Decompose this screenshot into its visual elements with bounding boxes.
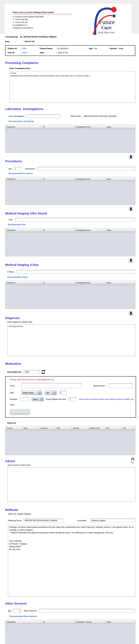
uss-label: USS : [8,218,14,221]
complaints-textarea[interactable]: pt seen. Abdominal USS showed left ingui… [10,71,135,103]
company-logo: Future Care ♥ Body Mind Soul [82,4,132,34]
recommended-uss-link[interactable]: Recommended USS [8,224,135,226]
column-header: Fequency [39,426,56,430]
add-drug-button[interactable]: Add Drug [10,409,30,415]
frequency-select[interactable]: OD ▼ [45,390,57,395]
other-services-table: DepartmentIDInvestigation / ServiceStatu… [5,620,135,644]
patient-name: Patient Name : EL BOUKILI [40,47,89,50]
table-body [6,624,135,644]
consultant-input[interactable] [90,519,135,522]
column-header: Status [105,228,135,232]
delete-lab-button[interactable]: ↻ [129,154,133,159]
column-header: Department [6,281,42,285]
special-notes-input[interactable] [109,384,133,388]
recommended-other-services-link[interactable]: Recommended Other Services [10,615,135,618]
letterhead-card: Future Care by Future Holdings (Pty) Lim… [4,4,132,34]
duration-input[interactable] [20,397,29,401]
recommended-procedures-link[interactable]: Recommended Procedures [8,172,135,174]
table-body [6,285,135,309]
heart-icon: ♥ [104,26,106,29]
lab-investigation-input[interactable] [26,114,61,118]
procedures-input[interactable] [37,167,135,171]
referral-letter-textarea[interactable]: Greetings, the above named patient prese… [8,525,135,596]
other-services-input[interactable] [39,609,135,612]
xray-label: X-Rays : [7,270,15,273]
drug-input[interactable] [21,383,82,388]
company-phone2: T: +24 84 225 252 [13,21,82,24]
section-title-medication: Medication [5,362,135,366]
svg-text:↻: ↻ [130,208,132,210]
drug-list-label: Drug List [7,422,135,424]
consult-date-row: Date : 2024-07-05 [5,40,135,42]
company-name: Future Care by Future Holdings (Pty) Lim… [13,11,82,14]
patient-row-1: Patient ID : 7299 Patient Name : EL BOUK… [8,47,133,50]
column-header: Investigation/Service [74,125,105,129]
way-select[interactable]: Before Meal ▼ [21,390,42,395]
divider [13,14,72,14]
table-header: DepartmentIDInvestigation / ServiceStatu… [6,620,135,624]
duration-row: Duration : Day/s ▼ Drugs/Tablets per mea… [10,397,136,401]
svg-text:Body Mind Soul: Body Mind Soul [98,31,115,34]
delete-uss-button[interactable]: ↻ [129,258,133,262]
consulted-by-row: Consulted By : Dr. ORITSETSETOS RAPHAEL … [5,36,135,38]
prescription-id-label: Prescription ID : [7,371,22,373]
refresh-prescription-button[interactable] [41,370,46,374]
patient-gender: Gender : Male [110,47,133,50]
column-header: ID [42,125,74,129]
prescription-row: Prescription ID : [5,370,135,374]
table-header: DepartmentIDInvestigation/ServiceStatus [6,125,135,129]
total-label: Total [10,404,19,406]
table-header: Drug IDDrugFequencyWayDurationDuration T… [6,426,135,430]
column-header: Department [6,620,42,624]
recommended-lab-testings-link[interactable]: Recommended Lab Testings [8,120,135,122]
delete-procedures-button[interactable]: ↻ [129,207,133,211]
section-title-presenting-complaints: Presenting Complaints [5,61,135,65]
per-meal-label: Drugs/Tablets per meal : [46,398,67,400]
drug-row: Drug : Special Notes : [10,383,136,388]
column-header: Drug [22,426,39,430]
per-meal-input[interactable] [68,397,77,401]
delete-advice-button[interactable] [130,458,135,464]
column-header: Department [6,228,42,232]
table-header: DepartmentIDInvestigation/ServiceStatus [6,281,135,285]
section-title-laboratory: Laboratory Investigations [5,107,135,111]
duration-unit-select[interactable]: Day/s ▼ [31,397,44,401]
drug-list-table: Drug IDDrugFequencyWayDurationDuration T… [5,426,135,455]
table-body [6,129,135,152]
company-email: E: jude@future.sc [13,24,82,26]
way-label: Way [10,392,19,394]
company-number: Company No.8417652-2 [13,26,82,30]
referral-select-label: Select the needed Refferal [8,513,135,515]
uss-input[interactable] [16,218,135,222]
prescription-id-input[interactable] [24,370,40,374]
recommended-xray-link[interactable]: Recommended X-Rays [7,276,135,278]
column-header: Qty [122,426,135,430]
times-input[interactable] [59,391,66,394]
consultant-label: Consultant [77,520,86,522]
special-notes-label: Special Notes [93,384,105,387]
drug-warning-text: Please select the Drug from Drug suggess… [10,378,136,380]
xray-input[interactable] [16,270,135,274]
advice-textarea[interactable] [7,468,135,502]
referring-doctor-input[interactable] [24,519,63,522]
patient-row-2: Visit ID : 14077 Date : 2024-07-05 [8,52,133,54]
fractions-note: Please add as decimal numbers when addin… [79,398,136,400]
column-header: Duration [72,426,88,430]
section-title-advice: Advice [5,460,15,463]
patient-age: Age : 50 [89,47,110,50]
trash-icon: ↻ [130,155,132,158]
column-header: ID [42,228,74,232]
column-header: Duration Type [88,426,104,430]
section-title-ultrasound: Medical Imaging Ultra Sound [5,212,135,215]
visit-id: Visit ID : 14077 [8,52,40,54]
column-header: Department [6,177,42,181]
procedures-label: Procedures : [25,168,36,170]
procedures-qty-input[interactable] [14,167,21,171]
diagnosis-textarea[interactable]: Left inguinal hernia [7,324,135,356]
lab-investigation-label: Lab Investingation : [8,115,26,117]
xray-table: DepartmentIDInvestigation/ServiceStatus [5,280,135,309]
other-services-qty-input[interactable] [13,609,21,612]
delete-xray-button[interactable]: ↻ [129,311,133,316]
advice-label: Enter Doctor's Advice Here [8,464,135,466]
other-services-label: Other Services : [24,610,38,612]
